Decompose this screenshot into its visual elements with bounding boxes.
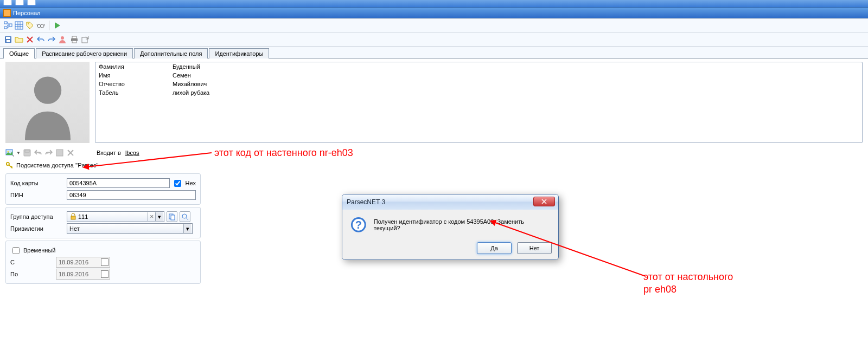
calendar-icon[interactable] <box>101 258 108 266</box>
temporary-checkbox[interactable]: Временный <box>10 245 55 256</box>
arrow-play-icon[interactable] <box>53 21 62 30</box>
toolbar-icon[interactable] <box>3 0 12 5</box>
clear-icon[interactable]: ✕ <box>148 212 155 221</box>
info-value-name: Семен <box>173 72 861 81</box>
svg-point-10 <box>61 36 64 40</box>
svg-rect-1 <box>4 27 7 29</box>
redo-icon <box>44 148 53 157</box>
print-icon[interactable] <box>69 35 79 44</box>
to-label: По <box>10 271 54 277</box>
tabs-bar: Общие Расписание рабочего времени Дополн… <box>0 47 868 59</box>
svg-point-15 <box>34 76 61 103</box>
info-value-surname: Буденный <box>173 63 861 72</box>
lock-icon <box>69 213 77 220</box>
photo-menu-icon[interactable] <box>5 148 14 157</box>
svg-rect-14 <box>82 37 87 43</box>
svg-point-6 <box>41 24 44 28</box>
card-group: Код карты Hex ПИН <box>5 173 201 205</box>
question-icon: ? <box>350 216 367 233</box>
dialog-title: ParsecNET 3 <box>347 198 385 206</box>
redo-icon[interactable] <box>47 35 56 44</box>
pin-input[interactable] <box>67 190 196 200</box>
search-button[interactable] <box>180 211 190 222</box>
main-toolbar <box>0 0 868 8</box>
dialog-message: Получен идентификатор с кодом 54395A03. … <box>374 216 551 231</box>
info-label-patronymic: Отчество <box>97 81 173 89</box>
save-icon <box>23 148 31 157</box>
from-label: С <box>10 259 54 265</box>
no-button[interactable]: Нет <box>517 242 552 254</box>
info-value-tabel: лихой рубака <box>173 89 861 98</box>
checkbox-icon <box>55 148 64 157</box>
subsystem-header: Подсистема доступа ''Parsec'' <box>0 159 868 171</box>
svg-rect-2 <box>9 24 12 27</box>
svg-rect-20 <box>56 150 63 156</box>
pin-label: ПИН <box>10 192 65 198</box>
privileges-select[interactable]: Нет ▾ <box>67 223 193 234</box>
window-icon <box>3 9 11 17</box>
info-label-surname: Фамилия <box>97 63 173 72</box>
svg-point-25 <box>182 214 187 218</box>
tab-identifiers[interactable]: Идентификаторы <box>209 48 269 59</box>
svg-rect-24 <box>171 215 175 220</box>
enters-in-link[interactable]: lbcgs <box>125 150 139 156</box>
person-icon[interactable] <box>58 35 67 44</box>
to-date[interactable]: 18.09.2016 <box>56 269 110 280</box>
svg-text:?: ? <box>355 219 362 231</box>
svg-rect-13 <box>72 41 76 43</box>
svg-rect-22 <box>71 216 75 219</box>
person-info-panel: ФамилияБуденный ИмяСемен ОтчествоМихайло… <box>95 62 863 143</box>
hex-checkbox[interactable]: Hex <box>172 178 196 189</box>
svg-rect-9 <box>7 40 10 42</box>
window-titlebar: Персонал <box>0 8 868 18</box>
annotation-bottom: этот от настольного pr eh08 <box>643 271 733 296</box>
svg-point-5 <box>37 24 41 28</box>
access-group-select[interactable]: 111 ✕ ▾ <box>67 211 164 222</box>
save-icon[interactable] <box>3 35 13 44</box>
toolbar-icon[interactable] <box>27 0 36 5</box>
avatar <box>5 62 90 143</box>
copy-button[interactable] <box>167 211 177 222</box>
tab-schedule[interactable]: Расписание рабочего времени <box>36 48 133 59</box>
open-icon[interactable] <box>14 35 24 44</box>
svg-point-4 <box>28 23 29 24</box>
hex-checkbox-input[interactable] <box>174 180 181 187</box>
toolbar-row-2 <box>0 33 868 47</box>
toolbar-row-1 <box>0 18 868 33</box>
info-label-name: Имя <box>97 72 173 81</box>
calendar-icon[interactable] <box>101 270 108 278</box>
card-code-input[interactable] <box>67 178 170 188</box>
close-button[interactable] <box>533 197 555 206</box>
enters-in-label: Входит в <box>97 150 121 156</box>
undo-icon <box>34 148 42 157</box>
window-title: Персонал <box>13 10 41 16</box>
glasses-icon[interactable] <box>36 21 46 30</box>
info-label-tabel: Табель <box>97 89 173 98</box>
confirm-dialog: ParsecNET 3 ? Получен идентификатор с ко… <box>342 194 559 260</box>
chevron-down-icon[interactable]: ▾ <box>183 224 191 233</box>
svg-rect-0 <box>4 22 7 24</box>
chevron-down-icon[interactable]: ▾ <box>155 212 163 221</box>
yes-button[interactable]: Да <box>477 242 512 254</box>
subsystem-label: Подсистема доступа ''Parsec'' <box>16 162 99 168</box>
grid-icon[interactable] <box>14 21 24 30</box>
from-date[interactable]: 18.09.2016 <box>56 257 110 268</box>
tree-icon[interactable] <box>3 21 13 30</box>
export-icon[interactable] <box>80 35 90 44</box>
dialog-titlebar[interactable]: ParsecNET 3 <box>342 194 558 210</box>
svg-rect-3 <box>15 22 23 29</box>
access-group-label: Группа доступа <box>10 213 65 220</box>
toolbar-icon[interactable] <box>15 0 24 5</box>
svg-rect-8 <box>6 37 10 39</box>
svg-rect-19 <box>25 150 29 152</box>
undo-icon[interactable] <box>36 35 46 44</box>
tag-icon[interactable] <box>25 21 35 30</box>
tab-additional-fields[interactable]: Дополнительные поля <box>134 48 208 59</box>
tab-general[interactable]: Общие <box>3 48 35 59</box>
card-code-label: Код карты <box>10 180 65 186</box>
key-icon <box>5 161 13 169</box>
mini-toolbar: ▼ Входит в lbcgs <box>0 146 868 159</box>
temporary-checkbox-input[interactable] <box>12 247 20 254</box>
temporary-group: Временный С 18.09.2016 По 18.09.2016 <box>5 241 201 284</box>
delete-icon[interactable] <box>25 35 35 44</box>
